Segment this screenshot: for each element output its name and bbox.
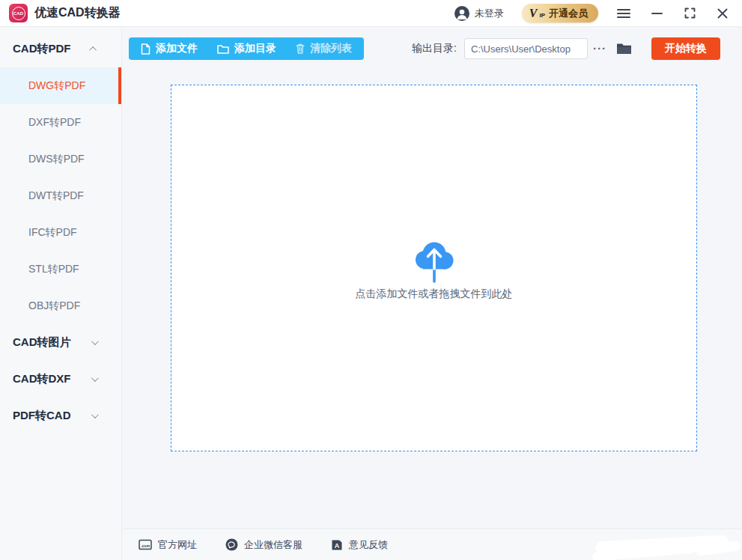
sidebar-section-cad-to-pdf[interactable]: CAD转PDF (0, 31, 121, 67)
trash-icon (296, 43, 305, 54)
sidebar: CAD转PDF DWG转PDF DXF转PDF DWS转PDF DWT转PDF … (0, 28, 122, 560)
app-logo-icon: CAD (9, 4, 28, 22)
sidebar-section-cad-to-dxf[interactable]: CAD转DXF (0, 361, 121, 398)
item-label: STL转PDF (28, 263, 79, 276)
hamburger-icon (617, 8, 630, 19)
login-status-label: 未登录 (475, 7, 504, 20)
feedback-icon: A (331, 539, 343, 551)
section-label: CAD转DXF (13, 372, 71, 386)
sidebar-item-dxf-to-pdf[interactable]: DXF转PDF (0, 104, 121, 141)
titlebar-right: 未登录 VIP 开通会员 (454, 4, 730, 22)
vip-label: 开通会员 (549, 7, 588, 20)
section-label: PDF转CAD (13, 409, 71, 423)
sidebar-item-obj-to-pdf[interactable]: OBJ转PDF (0, 287, 121, 324)
close-button[interactable] (715, 6, 730, 21)
item-label: OBJ转PDF (28, 299, 80, 313)
official-website-link[interactable]: .com 官方网址 (139, 538, 197, 552)
add-file-label: 添加文件 (156, 42, 198, 55)
file-icon (141, 43, 150, 55)
feedback-label: 意见反馈 (349, 538, 388, 552)
sidebar-item-ifc-to-pdf[interactable]: IFC转PDF (0, 214, 121, 251)
section-label: CAD转图片 (13, 335, 71, 350)
start-convert-button[interactable]: 开始转换 (651, 37, 720, 60)
file-action-toolbar: 添加文件 添加目录 清除列表 (129, 37, 364, 60)
maximize-button[interactable] (682, 6, 697, 21)
vip-upgrade-button[interactable]: VIP 开通会员 (522, 4, 598, 22)
close-icon (717, 8, 728, 19)
wechat-service-link[interactable]: 企业微信客服 (225, 538, 302, 552)
minimize-icon (651, 12, 663, 15)
chevron-down-icon (91, 411, 99, 419)
menu-button[interactable] (616, 6, 631, 21)
vip-v-icon: V (529, 7, 538, 19)
folder-icon (217, 44, 229, 54)
com-browser-icon: .com (139, 539, 152, 550)
item-label: IFC转PDF (28, 226, 77, 240)
logo-cad-badge: CAD (12, 7, 25, 20)
sidebar-section-pdf-to-cad[interactable]: PDF转CAD (0, 398, 121, 434)
minimize-button[interactable] (649, 6, 664, 21)
wechat-service-icon (225, 538, 238, 551)
add-file-button[interactable]: 添加文件 (141, 42, 198, 55)
maximize-icon (684, 7, 696, 19)
titlebar: CAD 优速CAD转换器 未登录 VIP 开通会员 (0, 0, 742, 27)
clear-list-button[interactable]: 清除列表 (296, 42, 352, 55)
sidebar-section-cad-to-image[interactable]: CAD转图片 (0, 324, 121, 361)
sidebar-item-dwt-to-pdf[interactable]: DWT转PDF (0, 177, 121, 214)
main-panel: 添加文件 添加目录 清除列表 输出目录: ··· 开始转换 (123, 28, 742, 560)
item-label: DWT转PDF (28, 189, 84, 203)
file-dropzone[interactable]: 点击添加文件或者拖拽文件到此处 (171, 85, 697, 451)
chevron-down-icon (91, 338, 99, 345)
clear-list-label: 清除列表 (310, 42, 352, 55)
output-directory-row: 输出目录: ··· 开始转换 (412, 37, 720, 60)
open-folder-icon (616, 43, 632, 55)
item-label: DWS转PDF (28, 153, 85, 166)
cloud-upload-icon (410, 235, 459, 284)
official-website-label: 官方网址 (158, 538, 197, 552)
login-button[interactable]: 未登录 (454, 6, 504, 21)
svg-text:A: A (335, 541, 340, 549)
open-folder-button[interactable] (616, 43, 632, 55)
output-path-input[interactable] (464, 38, 588, 59)
output-directory-label: 输出目录: (412, 42, 457, 55)
item-label: DWG转PDF (28, 79, 85, 93)
sidebar-item-dws-to-pdf[interactable]: DWS转PDF (0, 141, 121, 177)
section-label: CAD转PDF (13, 42, 71, 56)
chevron-down-icon (91, 374, 99, 382)
app-title: 优速CAD转换器 (34, 5, 121, 21)
dropzone-hint-text: 点击添加文件或者拖拽文件到此处 (356, 287, 513, 301)
add-directory-button[interactable]: 添加目录 (217, 42, 276, 55)
add-directory-label: 添加目录 (234, 42, 276, 55)
item-label: DXF转PDF (28, 116, 81, 130)
sidebar-item-dwg-to-pdf[interactable]: DWG转PDF (0, 67, 121, 104)
vip-ip-icon: IP (539, 12, 545, 19)
chevron-up-icon (89, 46, 97, 54)
wechat-service-label: 企业微信客服 (244, 538, 302, 552)
user-avatar-icon (454, 6, 469, 21)
svg-text:.com: .com (141, 544, 150, 548)
browse-more-button[interactable]: ··· (593, 45, 606, 52)
sidebar-item-stl-to-pdf[interactable]: STL转PDF (0, 251, 121, 287)
feedback-link[interactable]: A 意见反馈 (331, 538, 388, 552)
